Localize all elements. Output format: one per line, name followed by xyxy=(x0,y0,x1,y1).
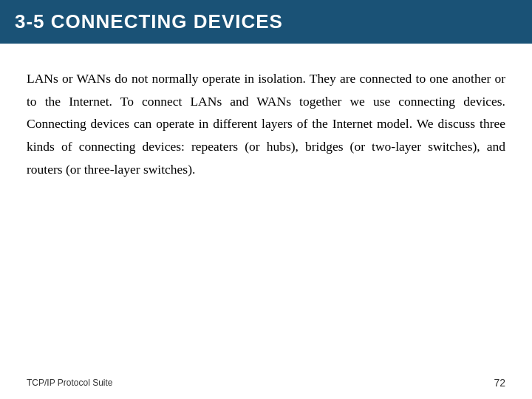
slide-title: 3-5 CONNECTING DEVICES xyxy=(15,10,283,33)
header-bar: 3-5 CONNECTING DEVICES xyxy=(0,0,532,44)
footer-left-label: TCP/IP Protocol Suite xyxy=(27,378,113,388)
footer: TCP/IP Protocol Suite 72 xyxy=(27,377,505,389)
slide-container: 3-5 CONNECTING DEVICES LANs or WANs do n… xyxy=(0,0,532,399)
footer-page-number: 72 xyxy=(494,377,505,389)
content-area: LANs or WANs do not normally operate in … xyxy=(0,44,532,195)
body-paragraph: LANs or WANs do not normally operate in … xyxy=(27,67,505,180)
